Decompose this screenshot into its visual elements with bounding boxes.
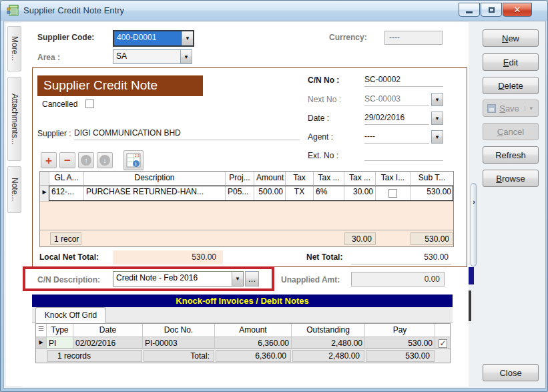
move-up-icon: ↑: [81, 155, 91, 166]
detail-col-gl[interactable]: GL A...: [49, 172, 84, 186]
tab-knock-off-grid[interactable]: Knock Off Grid: [35, 307, 106, 323]
remove-row-button[interactable]: −: [59, 152, 75, 168]
area-dropdown-button[interactable]: ▼: [180, 50, 192, 63]
agent-label: Agent :: [308, 132, 333, 142]
detail-col-amount[interactable]: Amount: [254, 172, 286, 186]
minimize-button[interactable]: [459, 3, 480, 17]
save-icon: [487, 104, 496, 113]
knockoff-col-doc-no[interactable]: Doc No.: [143, 324, 215, 337]
knockoff-cell-amount[interactable]: 6,360.00: [215, 337, 292, 348]
move-up-button[interactable]: ↑: [78, 152, 94, 168]
refresh-button[interactable]: Refresh: [483, 146, 539, 164]
knockoff-col-amount[interactable]: Amount: [215, 324, 292, 337]
unapplied-amount-field: 0.00: [351, 272, 445, 286]
panel-splitter[interactable]: [471, 183, 477, 266]
ellipsis-icon: …: [248, 274, 256, 284]
new-button-label: New: [502, 33, 519, 43]
area-combobox[interactable]: SA ▼: [113, 49, 192, 64]
add-row-button[interactable]: +: [41, 152, 57, 168]
chevron-down-icon: ▼: [235, 276, 240, 282]
knockoff-pay-checkbox[interactable]: [439, 339, 447, 348]
grid-info-icon: 2.5 i: [126, 153, 141, 168]
move-down-button[interactable]: ↓: [97, 152, 113, 168]
knockoff-col-type[interactable]: Type: [47, 324, 73, 337]
sidebar-item-note[interactable]: Note...: [7, 166, 21, 213]
save-button[interactable]: Save ▼: [483, 100, 539, 117]
cn-description-combobox[interactable]: Credit Note - Feb 2016 ▼: [113, 271, 244, 286]
cn-description-value: Credit Note - Feb 2016: [113, 272, 232, 286]
knockoff-col-outstanding[interactable]: Outstanding: [292, 324, 365, 337]
chevron-right-icon[interactable]: ›: [471, 198, 477, 206]
next-no-dropdown-button[interactable]: ▼: [431, 93, 443, 106]
area-label: Area :: [37, 53, 60, 62]
detail-cell-tax-inclusive[interactable]: [376, 186, 410, 201]
cancelled-label: Cancelled: [42, 100, 77, 109]
detail-col-tax-inclusive[interactable]: Tax I...: [376, 172, 410, 186]
list-icon[interactable]: ☰: [36, 324, 47, 337]
knockoff-cell-date[interactable]: 02/02/2016: [73, 337, 143, 348]
close-icon: ✕: [514, 5, 521, 15]
detail-cell-gl[interactable]: 612-...: [49, 186, 84, 201]
detail-cell-subtotal[interactable]: 530.00: [410, 186, 453, 201]
maximize-button[interactable]: [481, 3, 502, 17]
knockoff-col-date[interactable]: Date: [73, 324, 143, 337]
knockoff-total-amount: 6,360.00: [216, 350, 291, 362]
detail-cell-description[interactable]: PURCHASE RETURNED-HAN...: [84, 186, 226, 201]
knockoff-col-pay[interactable]: Pay: [365, 324, 435, 337]
ext-no-label: Ext. No :: [308, 151, 338, 160]
knockoff-cell-check[interactable]: [435, 337, 450, 348]
detail-grid-row[interactable]: ▶ 612-... PURCHASE RETURNED-HAN... P05..…: [40, 186, 453, 201]
credit-note-heading: Supplier Credit Note: [37, 75, 203, 96]
cn-description-dropdown-button[interactable]: ▼: [232, 272, 243, 286]
delete-button[interactable]: Delete: [483, 77, 539, 94]
detail-cell-amount[interactable]: 500.00: [254, 186, 286, 201]
sidebar-item-attachments[interactable]: Attachments...: [7, 77, 21, 161]
svg-text:2.5: 2.5: [135, 154, 140, 158]
cn-description-ellipsis-button[interactable]: …: [245, 271, 259, 286]
browse-button[interactable]: Browse: [483, 170, 539, 187]
detail-col-description[interactable]: Description: [84, 172, 226, 186]
net-total-value: 530.00: [351, 250, 451, 264]
sidebar-item-more[interactable]: More...: [7, 26, 21, 71]
supplier-code-dropdown-button[interactable]: ▼: [182, 31, 193, 45]
detail-cell-tax-rate[interactable]: 6%: [314, 186, 344, 201]
knockoff-cell-type[interactable]: PI: [47, 337, 73, 348]
detail-cell-tax[interactable]: TX: [286, 186, 314, 201]
agent-value: ----: [364, 132, 429, 144]
agent-dropdown-button[interactable]: ▼: [431, 130, 443, 144]
close-window-button[interactable]: ✕: [503, 3, 532, 17]
knockoff-cell-pay[interactable]: 530.00: [365, 337, 435, 348]
detail-col-tax-amount[interactable]: Tax ...: [344, 172, 376, 186]
detail-col-subtotal[interactable]: Sub T...: [410, 172, 453, 186]
supplier-credit-note-window: Supplier Credit Note Entry ✕ More... Att…: [0, 0, 548, 392]
detail-cell-tax-amount[interactable]: 30.00: [344, 186, 376, 201]
knockoff-cell-doc-no[interactable]: PI-00003: [143, 337, 215, 348]
titlebar[interactable]: Supplier Credit Note Entry ✕: [1, 1, 547, 21]
cancelled-checkbox[interactable]: [85, 100, 94, 108]
knockoff-grid: ☰ Type Date Doc No. Amount Outstanding P…: [35, 323, 451, 363]
detail-grid-header: GL A... Description Proj... Amount Tax T…: [40, 172, 453, 186]
knockoff-col-check: [435, 324, 450, 337]
edit-button-label: Edit: [503, 57, 518, 67]
knockoff-grid-footer: 1 records Total: 6,360.00 2,480.00 530.0…: [36, 348, 450, 363]
edit-button[interactable]: Edit: [483, 53, 539, 71]
tax-inclusive-checkbox[interactable]: [388, 189, 397, 198]
knockoff-cell-outstanding[interactable]: 2,480.00: [292, 337, 365, 348]
grid-info-button[interactable]: 2.5 i: [123, 150, 144, 170]
knockoff-grid-row[interactable]: ▶ PI 02/02/2016 PI-00003 6,360.00 2,480.…: [36, 337, 450, 348]
detail-col-tax[interactable]: Tax: [286, 172, 314, 186]
detail-grid-empty-area[interactable]: [40, 201, 453, 230]
save-dropdown-arrow[interactable]: ▼: [525, 106, 534, 112]
cancel-button[interactable]: Cancel: [483, 123, 539, 140]
new-button[interactable]: New: [483, 29, 539, 47]
ext-no-value: [364, 150, 443, 161]
detail-col-tax-rate[interactable]: Tax ...: [314, 172, 344, 186]
supplier-code-combobox[interactable]: 400-D0001 ▼: [113, 30, 194, 47]
cancel-button-label: Cancel: [497, 127, 524, 137]
detail-col-proj[interactable]: Proj...: [226, 172, 254, 186]
close-button[interactable]: Close: [483, 364, 539, 381]
navy-fragment: [469, 267, 474, 284]
detail-cell-proj[interactable]: P05...: [226, 186, 254, 201]
window-title: Supplier Credit Note Entry: [23, 5, 124, 15]
date-dropdown-button[interactable]: ▼: [431, 112, 443, 125]
